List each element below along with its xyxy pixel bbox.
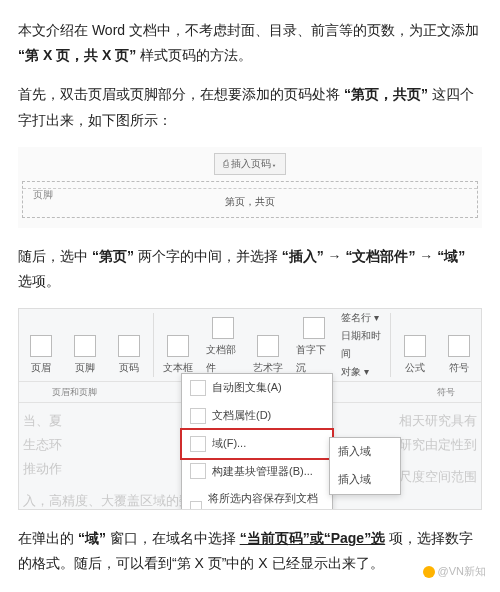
text: 首先，双击页眉或页脚部分，在想要添加的页码处将: [18, 86, 340, 102]
bold: “插入”: [282, 248, 324, 264]
wordart-icon: [257, 335, 279, 357]
bold: “第页”: [92, 248, 134, 264]
label: 构建基块管理器(B)...: [212, 462, 313, 482]
quickparts-icon: [212, 317, 234, 339]
ribbon-row: 页眉 页脚 页码 文本框 文档部件 艺术字 首字下沉 签名行 ▾ 日期和时间 对…: [19, 309, 481, 382]
arrow: →: [328, 248, 342, 264]
docprops-icon: [190, 408, 206, 424]
blocks-icon: [190, 463, 206, 479]
bg-text: 推动作: [23, 457, 62, 480]
text: 两个字的中间，并选择: [138, 248, 278, 264]
text: 窗口，在域名中选择: [110, 530, 236, 546]
footer-dashed-box: 页脚 第页，共页: [22, 181, 478, 218]
quickparts-dropdown: 自动图文集(A) 文档属性(D) 域(F)... 构建基块管理器(B)... 将…: [181, 373, 333, 510]
footer-label: 页脚: [33, 186, 53, 204]
label: 文档属性(D): [212, 406, 271, 426]
label: 符号: [449, 359, 469, 377]
textbox-icon: [167, 335, 189, 357]
menu-save-selection[interactable]: 将所选内容保存到文档部件库(S)...: [182, 485, 332, 510]
save-icon: [190, 501, 202, 510]
arrow: →: [419, 248, 433, 264]
ribbon-btn-header[interactable]: 页眉: [19, 309, 63, 381]
footer-icon: [74, 335, 96, 357]
bold: “第页，共页”: [344, 86, 428, 102]
autotext-icon: [190, 380, 206, 396]
ribbon-btn-equation[interactable]: 公式: [393, 309, 437, 381]
text: 样式页码的方法。: [140, 47, 252, 63]
field-submenu: 插入域 插入域: [329, 437, 401, 495]
pi-icon: [404, 335, 426, 357]
paragraph-1: 本文介绍在 Word 文档中，不考虑封面、目录、前言等的页数，为正文添加 “第 …: [18, 18, 482, 68]
bold: “域”: [78, 530, 106, 546]
submenu-insert-field-2[interactable]: 插入域: [330, 466, 400, 494]
label: 文档部件: [206, 341, 241, 377]
group-header-footer: 页眉和页脚: [19, 382, 129, 403]
hash-icon: [118, 335, 140, 357]
ribbon-btn-footer[interactable]: 页脚: [63, 309, 107, 381]
ribbon-small-datetime[interactable]: 日期和时间: [341, 327, 384, 363]
paragraph-2: 首先，双击页眉或页脚部分，在想要添加的页码处将 “第页，共页” 这四个字打出来，…: [18, 82, 482, 132]
paragraph-4: 在弹出的 “域” 窗口，在域名中选择 “当前页码”或“Page”选 项，选择数字…: [18, 526, 482, 576]
dropcap-icon: [303, 317, 325, 339]
screenshot-footer-area: ⎙ 插入页码▾ 页脚 第页，共页: [18, 147, 482, 228]
bg-text: 生态环: [23, 433, 62, 456]
watermark-logo-icon: [423, 566, 435, 578]
ribbon-btn-quickparts[interactable]: 文档部件: [200, 309, 247, 381]
menu-field[interactable]: 域(F)...: [180, 428, 334, 460]
screenshot-ribbon: 当、夏 生态环 推动作 入，高精度、大覆盖区域的数据来源逐渐成为研究中 相天研究…: [18, 308, 482, 510]
bold: “文档部件”: [345, 248, 415, 264]
footer-center-text: 第页，共页: [23, 188, 477, 211]
label: 页脚: [75, 359, 95, 377]
omega-icon: [448, 335, 470, 357]
group-symbols: 符号: [411, 382, 481, 403]
ribbon-btn-wordart[interactable]: 艺术字: [246, 309, 290, 381]
ribbon-btn-dropcap[interactable]: 首字下沉: [290, 309, 337, 381]
field-icon: [190, 436, 206, 452]
text: 本文介绍在 Word 文档中，不考虑封面、目录、前言等的页数，为正文添加: [18, 22, 479, 38]
label: 域(F)...: [212, 434, 246, 454]
label: 页眉: [31, 359, 51, 377]
menu-docprops[interactable]: 文档属性(D): [182, 402, 332, 430]
paragraph-3: 随后，选中 “第页” 两个字的中间，并选择 “插入” → “文档部件” → “域…: [18, 244, 482, 294]
watermark: @VN新知: [423, 562, 486, 582]
bg-text: 相天研究具有: [399, 409, 477, 432]
submenu-insert-field-1[interactable]: 插入域: [330, 438, 400, 466]
separator: [390, 313, 391, 377]
bold-underline: “当前页码”或“Page”选: [240, 530, 385, 546]
bg-text: 当、夏: [23, 409, 62, 432]
menu-buildingblocks[interactable]: 构建基块管理器(B)...: [182, 458, 332, 486]
text: 选项。: [18, 273, 60, 289]
text: 随后，选中: [18, 248, 88, 264]
header-icon: [30, 335, 52, 357]
label: 自动图文集(A): [212, 378, 282, 398]
separator: [153, 313, 154, 377]
ribbon-small-object[interactable]: 对象 ▾: [341, 363, 384, 381]
bold: “第 X 页，共 X 页”: [18, 47, 136, 63]
label: 页码: [119, 359, 139, 377]
insert-page-number-button[interactable]: ⎙ 插入页码▾: [214, 153, 286, 175]
ribbon-small-sig[interactable]: 签名行 ▾: [341, 309, 384, 327]
ribbon-btn-symbol[interactable]: 符号: [437, 309, 481, 381]
label: 将所选内容保存到文档部件库(S)...: [208, 489, 324, 510]
label: 公式: [405, 359, 425, 377]
ribbon-small-stack: 签名行 ▾ 日期和时间 对象 ▾: [337, 309, 388, 381]
text: 在弹出的: [18, 530, 74, 546]
menu-autotext[interactable]: 自动图文集(A): [182, 374, 332, 402]
watermark-text: @VN新知: [438, 565, 486, 577]
bold: “域”: [437, 248, 465, 264]
ribbon-btn-textbox[interactable]: 文本框: [156, 309, 200, 381]
ribbon-btn-pagenum[interactable]: 页码: [107, 309, 151, 381]
label: 首字下沉: [296, 341, 331, 377]
